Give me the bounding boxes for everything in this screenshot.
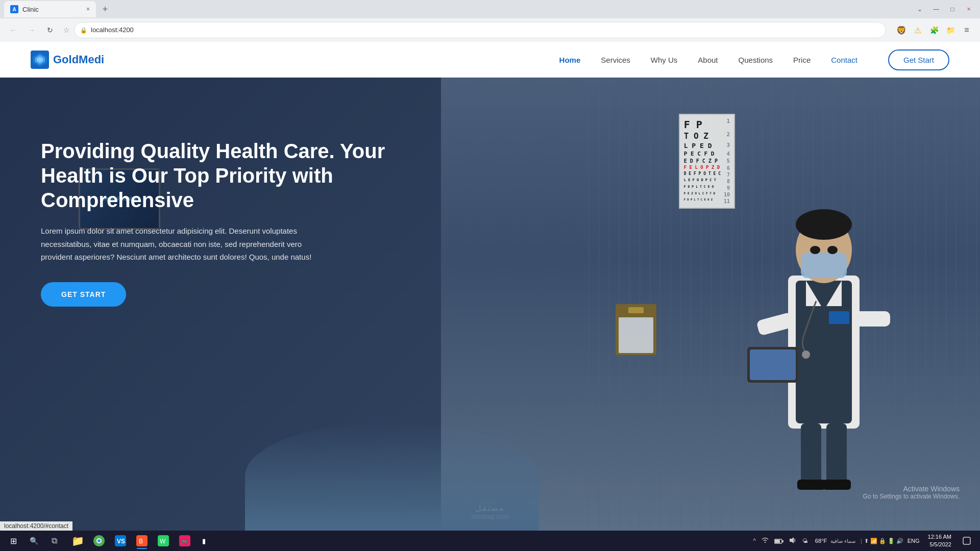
start-button[interactable]: ⊞	[4, 532, 22, 550]
hero-content: Providing Quality Health Care. Your Heal…	[41, 118, 388, 307]
tab-favicon: A	[10, 5, 18, 13]
window-chevron[interactable]: ⌄	[913, 2, 927, 16]
taskbar-vscode[interactable]: VS	[110, 532, 131, 550]
svg-point-18	[827, 246, 838, 254]
address-input[interactable]: localhost:4200	[74, 22, 886, 38]
system-tray: ^ 🌤 68°F سماء صافية | ⬆ 📶 🔒 🔋 🔊 ENG 12:1…	[751, 532, 976, 550]
svg-rect-22	[823, 480, 851, 490]
svg-text:VS: VS	[117, 538, 125, 545]
svg-text:▮: ▮	[202, 537, 206, 545]
weather-temp: 68°F	[815, 538, 827, 544]
reload-button[interactable]: ↻	[43, 23, 57, 37]
window-maximize[interactable]: □	[945, 2, 960, 16]
tray-battery[interactable]	[773, 536, 785, 546]
hero-title: Providing Quality Health Care. Your Heal…	[41, 139, 388, 212]
lock-icon: 🔒	[80, 27, 87, 34]
nav-about[interactable]: About	[698, 56, 718, 64]
taskbar-clock[interactable]: 12:16 AM 5/5/2022	[924, 533, 955, 549]
nav-questions[interactable]: Questions	[739, 56, 773, 64]
back-button[interactable]: ←	[6, 23, 20, 37]
notification-center[interactable]	[958, 532, 976, 550]
svg-text:B: B	[139, 538, 143, 545]
svg-point-17	[810, 246, 820, 254]
nav-links: Home Services Why Us About Questions Pri…	[559, 56, 857, 64]
browser-tab[interactable]: A Clinic ×	[4, 1, 96, 17]
browser-chrome: A Clinic × + ⌄ — □ × ← → ↻ ☆ 🔒 localhost…	[0, 0, 980, 42]
svg-point-15	[796, 209, 852, 240]
nav-home[interactable]: Home	[559, 56, 581, 64]
tray-icons-group[interactable]: ⬆ 📶 🔒 🔋 🔊	[864, 538, 903, 544]
clock-date: 5/5/2022	[928, 541, 951, 548]
svg-point-25	[97, 539, 101, 542]
website: GoldMedi Home Services Why Us About Ques…	[0, 42, 980, 531]
hero-section: F P1 T O Z2 L P E D3 P E C F D4 E D F C …	[0, 78, 980, 531]
forward-button[interactable]: →	[24, 23, 39, 37]
svg-rect-9	[829, 311, 849, 324]
taskbar-chrome[interactable]	[89, 532, 109, 550]
taskbar-pinned-apps: 📁 VS B W 🎮 ▮	[67, 532, 216, 550]
tray-weather-text: 68°F سماء صافية	[812, 538, 859, 544]
taskbar-search[interactable]: 🔍	[24, 532, 43, 550]
window-minimize[interactable]: —	[929, 2, 943, 16]
svg-rect-21	[797, 480, 825, 490]
window-controls: ⌄ — □ ×	[913, 2, 976, 16]
tray-divider: |	[861, 538, 862, 544]
status-bar: localhost:4200/#contact	[0, 521, 72, 531]
doctor-figure	[717, 173, 931, 531]
bookmark-button[interactable]: ☆	[63, 26, 70, 34]
svg-text:W: W	[160, 538, 166, 545]
new-tab-button[interactable]: +	[98, 2, 112, 16]
nav-contact[interactable]: Contact	[831, 56, 857, 64]
svg-rect-16	[801, 253, 847, 278]
taskbar-whatsapp[interactable]: W	[153, 532, 174, 550]
taskbar-brave[interactable]: B	[132, 532, 152, 550]
taskbar-app6[interactable]: 🎮	[175, 532, 195, 550]
get-start-button[interactable]: Get Start	[888, 49, 949, 70]
brave-icon[interactable]: 🦁	[894, 23, 909, 37]
warning-icon[interactable]: ⚠	[911, 23, 925, 37]
extensions-icon[interactable]: 🧩	[927, 23, 941, 37]
address-bar-row: ← → ↻ ☆ 🔒 localhost:4200 🦁 ⚠ 🧩 📁 ≡	[0, 18, 980, 42]
status-url: localhost:4200/#contact	[4, 522, 68, 530]
clock-time: 12:16 AM	[928, 533, 951, 541]
wallet-icon[interactable]: 📁	[943, 23, 958, 37]
svg-rect-19	[801, 423, 821, 485]
svg-rect-40	[963, 537, 970, 544]
svg-rect-20	[826, 423, 847, 485]
svg-rect-13	[854, 311, 890, 327]
tray-volume[interactable]	[787, 537, 798, 545]
svg-point-8	[802, 350, 810, 359]
svg-rect-38	[782, 540, 783, 542]
hero-description: Lorem ipsum dolor sit amet consectetur a…	[41, 224, 327, 264]
taskbar-terminal[interactable]: ▮	[196, 532, 216, 550]
logo[interactable]: GoldMedi	[31, 51, 104, 69]
nav-why-us[interactable]: Why Us	[651, 56, 678, 64]
tab-bar: A Clinic × + ⌄ — □ ×	[0, 0, 980, 18]
logo-icon	[31, 51, 49, 69]
logo-text: GoldMedi	[53, 53, 104, 66]
svg-rect-12	[750, 349, 796, 380]
svg-text:🎮: 🎮	[181, 538, 188, 545]
nav-services[interactable]: Services	[601, 56, 630, 64]
tray-lang[interactable]: ENG	[905, 538, 922, 544]
nav-price[interactable]: Price	[793, 56, 811, 64]
activate-windows-watermark: Activate Windows Go to Settings to activ…	[863, 485, 960, 500]
weather-desc: سماء صافية	[830, 538, 855, 544]
hero-cta-button[interactable]: GET START	[41, 282, 126, 307]
svg-marker-39	[790, 537, 794, 543]
taskbar-file-explorer[interactable]: 📁	[67, 532, 88, 550]
tray-weather[interactable]: 🌤	[800, 538, 810, 544]
tray-chevron[interactable]: ^	[751, 537, 757, 544]
address-input-wrapper: 🔒 localhost:4200	[74, 22, 886, 38]
menu-icon[interactable]: ≡	[960, 23, 974, 37]
tab-close-button[interactable]: ×	[86, 6, 90, 13]
window-close[interactable]: ×	[962, 2, 976, 16]
mostaql-watermark: مستقل mostaql.com	[471, 503, 509, 520]
tray-wifi[interactable]	[760, 536, 771, 546]
taskbar: ⊞ 🔍 ⧉ 📁 VS B W 🎮 ▮ ^	[0, 531, 980, 551]
tab-title: Clinic	[22, 6, 39, 13]
task-view-button[interactable]: ⧉	[45, 532, 63, 550]
svg-rect-37	[775, 540, 780, 543]
navbar: GoldMedi Home Services Why Us About Ques…	[0, 42, 980, 78]
browser-action-icons: 🦁 ⚠ 🧩 📁 ≡	[894, 23, 974, 37]
